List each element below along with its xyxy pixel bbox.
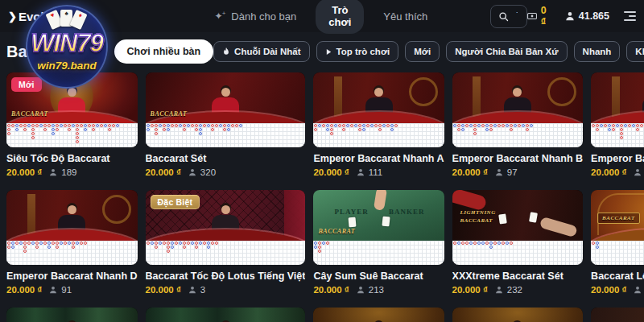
game-card-partial[interactable] [146, 308, 306, 322]
road-mark [502, 242, 505, 245]
road-mark [457, 242, 460, 245]
road-mark [636, 124, 639, 127]
road-mark [596, 124, 599, 127]
tab-for-you[interactable]: ✦+ Dành cho bạn [215, 10, 297, 23]
road-mark [19, 124, 23, 127]
filter-pill-2[interactable]: Top trò chơi [316, 41, 399, 62]
road-mark [47, 246, 51, 249]
baccarat-roadmap [6, 123, 138, 147]
road-mark [52, 128, 55, 131]
tab-favorites[interactable]: Yêu thích [383, 10, 427, 23]
filter-bar: Chuỗi Dài NhấtTop trò chơiMớiNgười Chia … [213, 41, 644, 62]
table-logo: BACCARAT [11, 110, 48, 118]
game-thumbnail[interactable] [6, 308, 138, 322]
min-bet: 20.000 ₫ [146, 167, 181, 177]
baccarat-roadmap [313, 241, 444, 265]
road-mark [473, 124, 477, 127]
wallet-balance[interactable]: 0 ₫ [527, 5, 551, 27]
game-thumbnail[interactable]: BACCARAT [591, 190, 644, 265]
search-input[interactable] [514, 10, 519, 23]
game-thumbnail[interactable] [452, 308, 584, 322]
min-bet: 20.000 ₫ [6, 285, 42, 295]
road-mark [7, 128, 10, 131]
game-card[interactable]: Emperor Baccarat Nhanh A20.000 ₫111 [313, 72, 444, 177]
road-mark [624, 124, 627, 127]
game-card[interactable]: Emperor Baccarat Nhanh C20.000 ₫78 [591, 72, 644, 177]
road-mark [11, 242, 14, 245]
game-thumbnail[interactable] [146, 308, 306, 322]
filter-pill-5[interactable]: Nhanh [574, 41, 621, 62]
road-mark [485, 124, 489, 127]
live-video-preview: Lightning Baccarat [452, 190, 584, 241]
menu-icon[interactable] [624, 9, 636, 23]
road-mark [116, 124, 119, 127]
road-mark [35, 124, 39, 127]
game-thumbnail[interactable]: Đặc Biệt [146, 190, 306, 265]
game-card[interactable]: BACCARATBaccarat Sét20.000 ₫320 [146, 72, 306, 177]
road-mark [167, 242, 170, 245]
tab-games[interactable]: Trò chơi [316, 0, 364, 34]
game-thumbnail[interactable] [313, 72, 444, 147]
game-thumbnail[interactable] [6, 190, 138, 265]
road-mark [76, 140, 79, 143]
road-mark [112, 124, 115, 127]
road-mark [76, 242, 79, 245]
site-logo[interactable]: ♥♠♦ WIN79 win79.band [23, 2, 111, 92]
road-mark [199, 242, 202, 245]
road-mark [465, 242, 469, 245]
game-thumbnail[interactable] [591, 72, 644, 147]
game-thumbnail[interactable]: Lightning Baccarat [452, 190, 584, 265]
player-count: 97 [507, 167, 518, 177]
game-card[interactable]: PLAYERBANKERBACCARATCây Sum Suê Baccarat… [313, 190, 444, 295]
dealer [361, 88, 397, 115]
road-mark [318, 246, 321, 249]
road-mark [620, 128, 623, 131]
min-bet: 20.000 ₫ [591, 167, 626, 177]
road-mark [35, 246, 39, 249]
table-logo: BACCARAT [151, 110, 188, 118]
playing-card [382, 217, 390, 227]
game-thumbnail[interactable]: PLAYERBANKERBACCARAT [313, 190, 444, 265]
road-mark [378, 124, 382, 127]
multi-table-button[interactable]: Chơi nhiều bàn [114, 39, 214, 64]
game-title: XXXtreme Baccarat Sét [452, 270, 584, 282]
game-thumbnail[interactable] [313, 308, 444, 322]
road-mark [227, 128, 230, 131]
game-thumbnail[interactable]: BACCARAT [146, 72, 306, 147]
game-card[interactable]: Lightning BaccaratXXXtreme Baccarat Sét2… [452, 190, 584, 295]
road-mark [473, 242, 477, 245]
scene-decor [409, 77, 438, 106]
filter-pill-4[interactable]: Người Chia Bài Bản Xứ [446, 41, 567, 62]
filter-pill-6[interactable]: Không Hoa Hồng [626, 41, 644, 62]
filter-pill-1[interactable]: Chuỗi Dài Nhất [213, 41, 309, 62]
game-card-partial[interactable] [313, 308, 444, 322]
search-box[interactable] [490, 5, 527, 28]
road-mark [31, 136, 35, 139]
road-mark [211, 128, 214, 131]
game-table [6, 229, 138, 241]
road-mark [592, 124, 595, 127]
dealer [208, 88, 243, 115]
filter-pill-3[interactable]: Mới [405, 41, 440, 62]
road-mark [322, 124, 325, 127]
players-icon [357, 286, 365, 294]
live-video-preview [313, 72, 444, 123]
game-card[interactable]: Emperor Baccarat Nhanh B20.000 ₫97 [452, 72, 584, 177]
road-mark [632, 124, 635, 127]
game-thumbnail[interactable] [591, 308, 644, 322]
player-count: 189 [61, 167, 76, 177]
game-card[interactable]: Emperor Baccarat Nhanh D20.000 ₫91 [6, 190, 138, 295]
road-mark [68, 124, 71, 127]
game-card[interactable]: BACCARATBaccarat Lộc Vàng20.000 ₫313 [591, 190, 644, 295]
road-mark [506, 242, 509, 245]
road-mark [330, 128, 333, 131]
game-card-partial[interactable] [591, 308, 644, 322]
road-mark [326, 242, 329, 245]
road-mark [15, 242, 19, 245]
game-thumbnail[interactable] [452, 72, 584, 147]
game-card[interactable]: Đặc BiệtBaccarat Tốc Độ Lotus Tiếng Việt… [146, 190, 306, 295]
game-card-partial[interactable] [6, 308, 138, 322]
road-mark [47, 242, 51, 245]
game-card-partial[interactable] [452, 308, 584, 322]
road-mark [171, 124, 174, 127]
